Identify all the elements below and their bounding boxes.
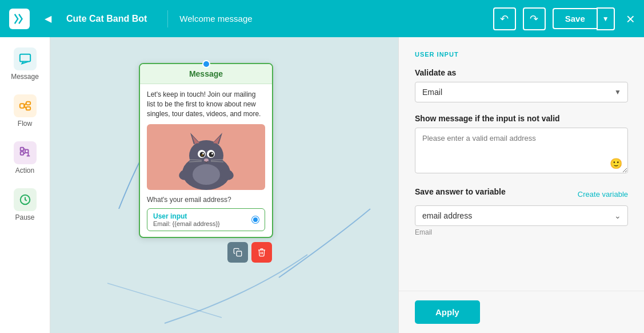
pause-icon bbox=[14, 188, 37, 211]
sidebar-item-message[interactable]: Message bbox=[2, 42, 48, 86]
card-email-question: What's your email address? bbox=[147, 196, 265, 204]
redo-button[interactable]: ↷ bbox=[523, 7, 546, 30]
connection-dot bbox=[202, 60, 210, 68]
svg-point-20 bbox=[201, 154, 203, 156]
validate-as-select-wrapper: Email Phone Number URL Text ▼ bbox=[415, 82, 628, 102]
svg-point-19 bbox=[211, 153, 213, 154]
action-icon bbox=[14, 141, 37, 164]
card-actions bbox=[227, 242, 272, 263]
user-input-inner: User input Email: {{email address}} bbox=[153, 212, 220, 227]
panel-content: USER INPUT Validate as Email Phone Numbe… bbox=[399, 37, 644, 291]
card-body: Let's keep in touch! Join our mailing li… bbox=[140, 84, 272, 237]
user-input-label: User input bbox=[153, 212, 220, 220]
card-header-text: Message bbox=[189, 69, 223, 78]
back-button[interactable]: ◀ bbox=[37, 7, 59, 30]
svg-rect-5 bbox=[20, 148, 23, 151]
svg-rect-3 bbox=[26, 107, 30, 110]
svg-rect-4 bbox=[20, 152, 23, 155]
save-answer-label: Save answer to variable bbox=[415, 187, 506, 196]
validate-as-field: Validate as Email Phone Number URL Text … bbox=[415, 68, 628, 102]
flow-name: Welcome message bbox=[179, 14, 252, 23]
apply-button[interactable]: Apply bbox=[415, 300, 480, 324]
card-cat-image bbox=[147, 124, 265, 190]
panel-section-label: USER INPUT bbox=[415, 51, 628, 58]
sidebar-item-pause-label: Pause bbox=[15, 213, 34, 221]
svg-rect-0 bbox=[19, 54, 30, 62]
right-panel: USER INPUT Validate as Email Phone Numbe… bbox=[398, 37, 644, 333]
sidebar-item-action-label: Action bbox=[15, 166, 34, 175]
show-message-textarea-wrapper: 🙂 bbox=[415, 128, 628, 176]
show-message-textarea[interactable] bbox=[415, 128, 628, 173]
svg-rect-6 bbox=[25, 150, 29, 153]
save-answer-row: Save answer to variable Create variable bbox=[415, 187, 628, 201]
message-card[interactable]: Message Let's keep in touch! Join our ma… bbox=[139, 63, 273, 238]
sidebar: Message Flow Act bbox=[0, 37, 50, 333]
card-body-text: Let's keep in touch! Join our mailing li… bbox=[147, 90, 265, 118]
close-button[interactable]: × bbox=[626, 11, 635, 26]
bot-name: Cute Cat Band Bot bbox=[66, 14, 147, 24]
user-input-value: Email: {{email address}} bbox=[153, 220, 220, 227]
separator bbox=[167, 10, 168, 27]
save-dropdown-button[interactable]: ▼ bbox=[597, 7, 615, 30]
app-logo bbox=[9, 9, 30, 29]
save-answer-field: Save answer to variable Create variable … bbox=[415, 187, 628, 236]
svg-rect-2 bbox=[26, 102, 30, 105]
user-input-dot bbox=[252, 216, 259, 223]
show-message-field: Show message if the input is not valid 🙂 bbox=[415, 114, 628, 176]
validate-as-select[interactable]: Email Phone Number URL Text bbox=[415, 82, 628, 102]
main-layout: Message Flow Act bbox=[0, 37, 644, 333]
delete-button[interactable] bbox=[251, 242, 272, 263]
message-icon bbox=[14, 47, 37, 70]
canvas-area[interactable]: Message Let's keep in touch! Join our ma… bbox=[50, 37, 398, 333]
topbar: ◀ Cute Cat Band Bot Welcome message ↶ ↷ … bbox=[0, 0, 644, 37]
variable-select-wrapper: email address ⌄ bbox=[415, 205, 628, 226]
variable-select[interactable]: email address bbox=[415, 205, 628, 226]
copy-button[interactable] bbox=[227, 242, 248, 263]
save-button[interactable]: Save bbox=[553, 8, 597, 29]
variable-hint: Email bbox=[415, 228, 628, 236]
flow-icon bbox=[14, 94, 37, 117]
user-input-block[interactable]: User input Email: {{email address}} bbox=[147, 208, 265, 231]
create-variable-link[interactable]: Create variable bbox=[578, 190, 628, 199]
emoji-icon[interactable]: 🙂 bbox=[610, 157, 622, 170]
save-group: Save ▼ bbox=[553, 7, 615, 30]
svg-rect-1 bbox=[19, 104, 23, 108]
sidebar-item-message-label: Message bbox=[11, 73, 39, 81]
svg-rect-29 bbox=[237, 251, 242, 256]
sidebar-item-flow[interactable]: Flow bbox=[2, 89, 48, 133]
panel-footer: Apply bbox=[399, 291, 644, 333]
sidebar-item-flow-label: Flow bbox=[18, 120, 32, 128]
sidebar-item-action[interactable]: Action bbox=[2, 136, 48, 180]
sidebar-item-pause[interactable]: Pause bbox=[2, 183, 48, 227]
show-message-label: Show message if the input is not valid bbox=[415, 114, 628, 123]
svg-point-17 bbox=[209, 152, 214, 157]
validate-as-label: Validate as bbox=[415, 68, 628, 77]
svg-point-26 bbox=[193, 164, 220, 185]
undo-button[interactable]: ↶ bbox=[493, 7, 516, 30]
